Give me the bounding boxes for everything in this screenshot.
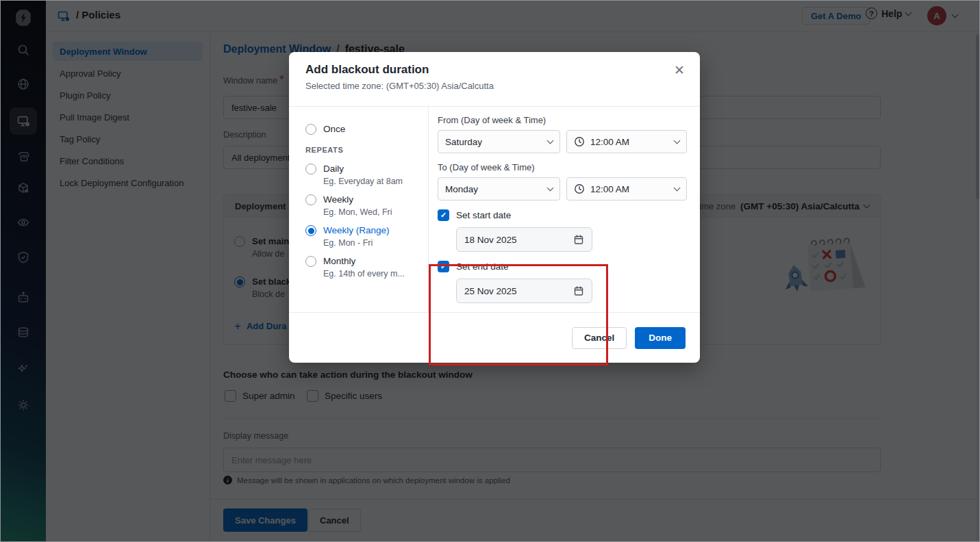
daily-option: Daily Eg. Everyday at 8am [305,164,428,186]
once-label: Once [323,124,345,135]
from-day-value: Saturday [445,137,482,147]
modal-done-button[interactable]: Done [635,327,686,349]
frequency-column: Once REPEATS Daily Eg. Everyday at 8am W… [289,107,429,312]
modal-cancel-button[interactable]: Cancel [572,327,627,349]
repeats-heading: REPEATS [305,146,428,154]
monthly-radio[interactable] [305,256,316,267]
calendar-icon [573,285,584,296]
weekly-range-example: Eg. Mon - Fri [323,238,390,248]
add-blackout-duration-modal: Add blackout duration Selected time zone… [289,52,700,363]
to-time-select[interactable]: 12:00 AM [566,177,687,201]
modal-subtitle: Selected time zone: (GMT+05:30) Asia/Cal… [305,81,683,91]
from-row: Saturday 12:00 AM [438,130,689,153]
date-range-section: Set start date 18 Nov 2025 Set end date … [438,209,689,303]
end-date-value: 25 Nov 2025 [464,286,517,296]
weekly-example: Eg. Mon, Wed, Fri [323,207,392,217]
end-date-input[interactable]: 25 Nov 2025 [456,279,592,303]
set-end-date-label: Set end date [456,261,509,272]
set-start-date-label: Set start date [456,210,511,220]
to-row: Monday 12:00 AM [438,177,689,201]
set-start-date-row: Set start date [438,209,689,221]
monthly-option: Monthly Eg. 14th of every m... [305,256,428,279]
close-icon[interactable]: ✕ [674,64,685,77]
set-end-date-row: Set end date [438,261,689,272]
from-time-value: 12:00 AM [590,137,629,147]
chevron-down-icon [547,185,554,192]
daily-label: Daily [323,164,403,175]
modal-body: Once REPEATS Daily Eg. Everyday at 8am W… [289,107,700,312]
once-radio[interactable] [305,124,316,135]
modal-title: Add blackout duration [305,63,683,77]
calendar-icon [573,234,584,245]
app-window: / Policies Get A Demo ? Help A Deploymen… [0,0,980,542]
range-column: From (Day of week & Time) Saturday 12:00… [429,107,700,312]
from-label: From (Day of week & Time) [438,115,689,125]
to-day-value: Monday [445,184,478,194]
set-end-date-checkbox[interactable] [438,261,449,272]
daily-radio[interactable] [305,164,316,175]
once-option: Once [305,124,428,135]
start-date-input[interactable]: 18 Nov 2025 [456,227,592,252]
from-day-select[interactable]: Saturday [438,130,560,153]
start-date-value: 18 Nov 2025 [464,235,517,245]
weekly-label: Weekly [323,194,392,205]
clock-icon [574,183,585,194]
monthly-example: Eg. 14th of every m... [323,269,405,279]
set-start-date-checkbox[interactable] [438,209,449,221]
to-day-select[interactable]: Monday [438,177,560,201]
chevron-down-icon [547,138,554,144]
weekly-radio[interactable] [305,194,316,205]
weekly-range-radio[interactable] [305,225,316,236]
clock-icon [574,136,585,147]
from-time-select[interactable]: 12:00 AM [566,130,687,153]
chevron-down-icon [674,138,681,144]
weekly-option: Weekly Eg. Mon, Wed, Fri [305,194,428,217]
modal-footer: Cancel Done [289,312,700,363]
weekly-range-option: Weekly (Range) Eg. Mon - Fri [305,225,428,248]
monthly-label: Monthly [323,256,405,267]
weekly-range-label: Weekly (Range) [323,225,390,236]
chevron-down-icon [674,185,681,192]
to-label: To (Day of week & Time) [438,162,689,172]
modal-header: Add blackout duration Selected time zone… [289,52,700,107]
daily-example: Eg. Everyday at 8am [323,177,403,186]
to-time-value: 12:00 AM [590,184,629,194]
